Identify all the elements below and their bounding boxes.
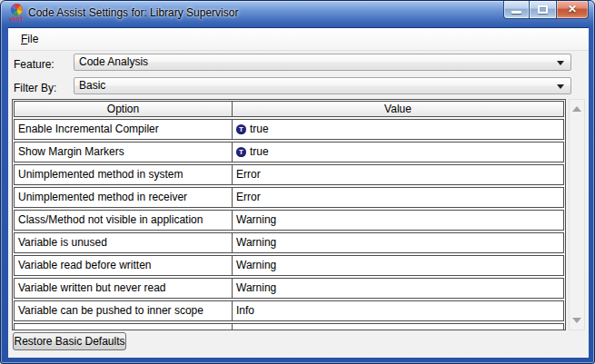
- minimize-icon: [511, 11, 521, 14]
- option-cell: Variable can be pushed to inner scope: [15, 301, 233, 320]
- table-row[interactable]: Unimplemented method in receiver Error: [14, 187, 564, 208]
- true-icon: T: [236, 147, 246, 157]
- caption-buttons: ✕: [503, 1, 589, 19]
- option-cell-text: Class/Method not visible in application: [18, 213, 203, 226]
- filter-by-combobox-value: Basic: [79, 79, 105, 92]
- close-icon: ✕: [557, 1, 588, 17]
- menu-item-file[interactable]: File: [14, 28, 45, 50]
- value-cell: Warning: [233, 279, 563, 298]
- table-row[interactable]: Class/Method not visible in application …: [14, 210, 564, 231]
- options-table: Option Value Enable Incremental Compiler…: [12, 99, 566, 330]
- app-window: VAST Code Assist Settings for: Library S…: [0, 0, 595, 364]
- table-row[interactable]: Show Margin Markers T true: [14, 142, 564, 162]
- minimize-button[interactable]: [503, 1, 530, 19]
- value-cell: Warning: [233, 211, 563, 230]
- table-row[interactable]: Variable written but never read Warning: [14, 278, 564, 299]
- option-cell: Variable written but never read: [15, 279, 233, 298]
- value-cell: Error: [233, 188, 563, 207]
- option-cell-text: Enable Incremental Compiler: [18, 123, 159, 135]
- menu-bar: File: [8, 28, 589, 51]
- feature-label: Feature:: [14, 56, 55, 74]
- value-text: true: [250, 143, 269, 162]
- vast-colorwheel-icon: [11, 4, 23, 15]
- value-cell: Warning: [233, 256, 563, 275]
- value-text: Warning: [236, 279, 276, 298]
- scroll-down-icon[interactable]: [572, 318, 581, 323]
- value-cell: T true: [233, 143, 563, 162]
- table-row[interactable]: Variable can be pushed to inner scope In…: [14, 300, 564, 321]
- vertical-scrollbar[interactable]: [569, 99, 585, 330]
- scroll-up-icon[interactable]: [572, 106, 581, 112]
- option-cell-text: Variable can be pushed to inner scope: [18, 304, 203, 317]
- option-cell-text: Unimplemented method in receiver: [18, 191, 187, 203]
- maximize-button[interactable]: [530, 1, 557, 19]
- value-cell: Info: [233, 301, 563, 320]
- value-cell: Warning: [233, 233, 563, 252]
- value-text: Warning: [236, 211, 276, 230]
- option-cell: Show Margin Markers: [15, 143, 233, 162]
- value-text: Info: [236, 301, 254, 320]
- table-row[interactable]: Unimplemented method in system Error: [14, 164, 564, 185]
- option-cell-text: Variable read before written: [18, 259, 152, 271]
- option-cell: Unimplemented method in receiver: [15, 188, 233, 207]
- chevron-down-icon: [557, 84, 564, 89]
- titlebar[interactable]: VAST Code Assist Settings for: Library S…: [1, 1, 594, 27]
- option-cell: Variable is unused: [15, 233, 233, 252]
- value-cell: T true: [233, 120, 563, 139]
- table-row-partial: [14, 323, 564, 330]
- value-text: Warning: [236, 256, 276, 275]
- value-cell: Error: [233, 165, 563, 184]
- restore-basic-defaults-button[interactable]: Restore Basic Defaults: [13, 332, 126, 350]
- column-header-value: Value: [233, 102, 563, 116]
- value-text: Error: [236, 188, 261, 207]
- true-icon: T: [236, 124, 246, 134]
- option-cell-text: Unimplemented method in system: [18, 168, 183, 181]
- option-cell: Unimplemented method in system: [15, 165, 233, 184]
- value-text: true: [250, 120, 269, 139]
- option-cell-text: Variable written but never read: [18, 281, 166, 294]
- option-cell: Variable read before written: [15, 256, 233, 275]
- table-row[interactable]: Variable read before written Warning: [14, 255, 564, 276]
- table-row[interactable]: Variable is unused Warning: [14, 232, 564, 253]
- option-cell: Class/Method not visible in application: [15, 211, 233, 230]
- column-header-option: Option: [15, 102, 233, 116]
- filter-by-combobox[interactable]: Basic: [74, 77, 571, 94]
- table-header-row: Option Value: [14, 101, 564, 117]
- vast-icon-label: VAST: [8, 15, 25, 23]
- close-button[interactable]: ✕: [557, 1, 589, 19]
- filter-by-label: Filter By:: [14, 80, 56, 97]
- option-cell: Enable Incremental Compiler: [15, 120, 233, 139]
- window-title: Code Assist Settings for: Library Superv…: [28, 1, 238, 27]
- value-text: Warning: [236, 233, 276, 252]
- value-text: Error: [236, 165, 261, 184]
- table-body: Enable Incremental Compiler T true Show …: [14, 119, 564, 321]
- feature-combobox-value: Code Analysis: [79, 55, 148, 68]
- table-row[interactable]: Enable Incremental Compiler T true: [14, 119, 564, 140]
- option-cell-text: Variable is unused: [18, 236, 107, 249]
- client-area: File Feature: Code Analysis Filter By: B…: [8, 27, 589, 358]
- option-cell-text: Show Margin Markers: [18, 145, 124, 158]
- chevron-down-icon: [557, 61, 564, 65]
- maximize-icon: [538, 5, 548, 14]
- feature-combobox[interactable]: Code Analysis: [74, 54, 571, 71]
- vast-app-icon: VAST: [8, 4, 25, 25]
